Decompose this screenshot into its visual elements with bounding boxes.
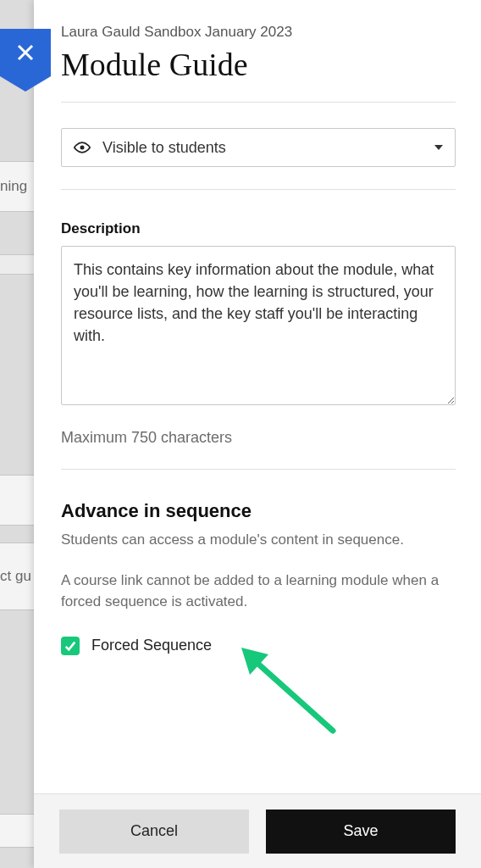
chevron-down-icon bbox=[434, 145, 443, 150]
forced-sequence-label: Forced Sequence bbox=[91, 637, 212, 654]
svg-point-2 bbox=[80, 146, 85, 150]
char-hint: Maximum 750 characters bbox=[61, 429, 456, 447]
forced-sequence-checkbox[interactable] bbox=[61, 637, 80, 655]
course-name: Laura Gauld Sandbox January 2023 bbox=[61, 24, 456, 41]
close-button[interactable] bbox=[0, 29, 51, 76]
visibility-label: Visible to students bbox=[102, 139, 226, 157]
description-input[interactable]: This contains key information about the … bbox=[61, 246, 456, 405]
cancel-button[interactable]: Cancel bbox=[59, 810, 249, 854]
close-icon bbox=[15, 42, 36, 63]
divider bbox=[61, 102, 456, 103]
visibility-select[interactable]: Visible to students bbox=[61, 128, 456, 167]
description-label: Description bbox=[61, 220, 456, 237]
check-icon bbox=[64, 640, 76, 652]
save-button[interactable]: Save bbox=[266, 810, 456, 854]
advance-subtext: Students can access a module's content i… bbox=[61, 529, 456, 551]
page-title: Module Guide bbox=[61, 46, 456, 83]
footer: Cancel Save bbox=[34, 793, 481, 868]
edit-module-panel: Laura Gauld Sandbox January 2023 Module … bbox=[34, 0, 481, 868]
advance-note: A course link cannot be added to a learn… bbox=[61, 570, 456, 613]
eye-icon bbox=[74, 139, 91, 156]
advance-heading: Advance in sequence bbox=[61, 500, 456, 522]
divider bbox=[61, 189, 456, 190]
divider bbox=[61, 469, 456, 470]
